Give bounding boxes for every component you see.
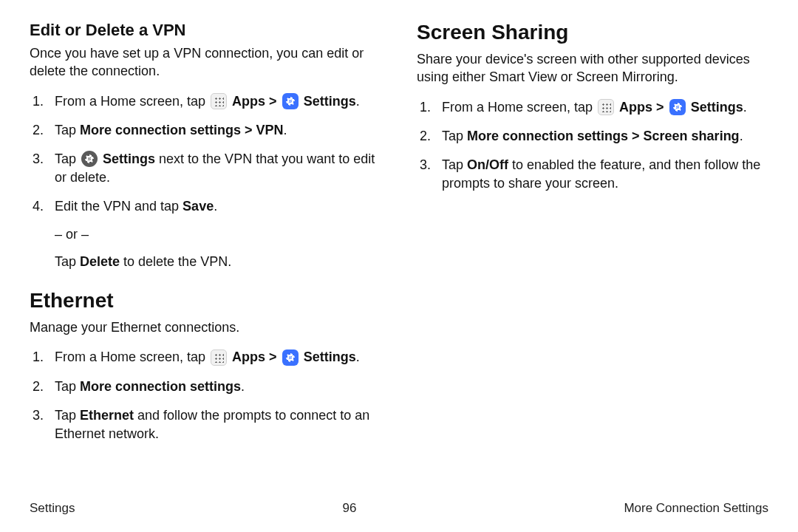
text: . (284, 123, 287, 137)
text: Tap (55, 151, 80, 166)
text: to delete the VPN. (120, 254, 231, 269)
intro-screen-sharing: Share your device's screen with other su… (417, 50, 768, 86)
intro-vpn: Once you have set up a VPN connection, y… (30, 44, 381, 81)
separator: > (269, 94, 281, 109)
list-item: From a Home screen, tap Apps > Settings. (417, 98, 768, 117)
list-item: From a Home screen, tap Apps > Settings. (30, 92, 381, 111)
apps-label: Apps (232, 94, 265, 109)
settings-icon (282, 349, 299, 366)
apps-label: Apps (619, 100, 652, 115)
text: Tap (55, 123, 80, 137)
text: . (740, 129, 743, 143)
separator: > (656, 100, 668, 115)
text: . (356, 94, 360, 109)
or-separator: – or – (55, 225, 381, 244)
text-bold: More connection settings (80, 379, 241, 394)
list-item: Tap More connection settings > Screen sh… (417, 127, 768, 146)
apps-icon (211, 349, 227, 366)
text-bold: Delete (80, 254, 120, 269)
text-bold: Save (183, 199, 214, 214)
footer-right: More Connection Settings (624, 501, 768, 516)
page-number: 96 (342, 501, 356, 516)
settings-icon (669, 99, 686, 115)
text: From a Home screen, tap (55, 94, 209, 109)
list-item: Tap On/Off to enabled the feature, and t… (417, 156, 768, 193)
settings-label: Settings (304, 94, 356, 109)
list-item: Edit the VPN and tap Save. – or – Tap De… (30, 197, 381, 271)
separator: > (269, 349, 281, 364)
footer-left: Settings (30, 501, 75, 516)
text: From a Home screen, tap (442, 100, 596, 115)
steps-vpn: From a Home screen, tap Apps > Settings.… (30, 92, 381, 271)
text-bold: More connection settings > VPN (80, 123, 284, 137)
text: . (241, 379, 245, 394)
list-item: Tap Settings next to the VPN that you wa… (30, 150, 381, 187)
text: Edit the VPN and tap (55, 199, 183, 214)
apps-label: Apps (232, 349, 265, 364)
right-column: Screen Sharing Share your device's scree… (417, 21, 768, 454)
settings-label: Settings (304, 349, 356, 364)
list-item: From a Home screen, tap Apps > Settings. (30, 348, 381, 366)
text: From a Home screen, tap (55, 349, 209, 364)
list-item: Tap More connection settings > VPN. (30, 121, 381, 140)
text: Tap (55, 254, 80, 269)
list-item: Tap More connection settings. (30, 378, 381, 396)
page-footer: Settings 96 More Connection Settings (30, 501, 768, 516)
settings-icon (282, 93, 299, 109)
intro-ethernet: Manage your Ethernet connections. (30, 318, 381, 336)
steps-screen-sharing: From a Home screen, tap Apps > Settings.… (417, 98, 768, 194)
text-bold: More connection settings > Screen sharin… (467, 129, 740, 143)
text: . (743, 100, 747, 115)
left-column: Edit or Delete a VPN Once you have set u… (30, 21, 381, 454)
gear-icon (81, 151, 98, 167)
text: . (356, 349, 360, 364)
text-bold: Settings (103, 151, 155, 166)
text: Tap (55, 408, 80, 423)
heading-ethernet: Ethernet (30, 289, 381, 313)
heading-vpn: Edit or Delete a VPN (30, 21, 381, 40)
apps-icon (211, 93, 227, 109)
list-item: Tap Ethernet and follow the prompts to c… (30, 406, 381, 443)
settings-label: Settings (691, 100, 743, 115)
text: Tap (442, 157, 467, 172)
steps-ethernet: From a Home screen, tap Apps > Settings.… (30, 348, 381, 443)
text-bold: On/Off (467, 157, 508, 172)
text: . (214, 199, 217, 214)
apps-icon (598, 99, 614, 115)
content-columns: Edit or Delete a VPN Once you have set u… (30, 21, 768, 454)
text: Tap (55, 379, 80, 394)
text: Tap (442, 129, 467, 143)
heading-screen-sharing: Screen Sharing (417, 21, 768, 44)
text-bold: Ethernet (80, 408, 134, 423)
